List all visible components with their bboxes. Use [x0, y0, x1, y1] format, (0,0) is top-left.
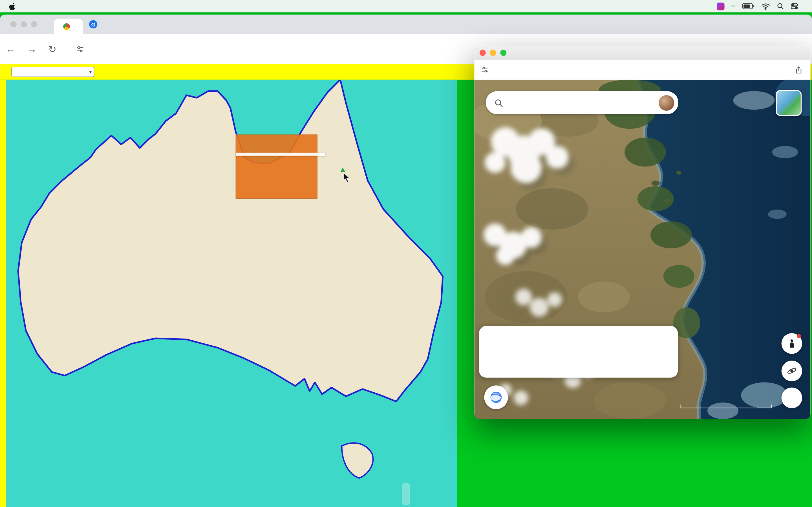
active-tab[interactable]: [54, 18, 83, 34]
wifi-icon[interactable]: [761, 3, 770, 10]
ge-search-bar[interactable]: [486, 91, 678, 114]
back-button[interactable]: ←: [0, 43, 21, 55]
australia-map-svg[interactable]: [6, 80, 457, 494]
zoom-window-button[interactable]: [31, 21, 37, 27]
desktop: G ← → ↻ ▾: [0, 0, 812, 507]
input-source-indicator[interactable]: [731, 5, 735, 7]
mouse-cursor: [343, 172, 351, 185]
tab-strip: G: [0, 14, 812, 34]
window-controls[interactable]: [10, 21, 42, 27]
zoom-window-button[interactable]: [500, 50, 506, 56]
orbit-button[interactable]: [781, 360, 802, 381]
notification-dot: [797, 334, 801, 339]
battery-icon[interactable]: [742, 3, 755, 9]
select-arrow-icon: ▾: [89, 69, 92, 74]
ge-window-controls[interactable]: [479, 50, 507, 56]
dock[interactable]: [402, 483, 410, 506]
reload-button[interactable]: ↻: [43, 43, 62, 55]
ge-viewport[interactable]: [474, 80, 810, 419]
region-tooltip: [236, 153, 325, 156]
close-window-button[interactable]: [10, 21, 17, 27]
avatar[interactable]: [659, 95, 674, 110]
page-margin: [0, 80, 6, 507]
3d-button[interactable]: [781, 388, 802, 408]
site-info-icon[interactable]: [480, 66, 489, 74]
menu-bar: [0, 0, 812, 12]
active-tab-favicon: [63, 23, 70, 30]
spotlight-icon[interactable]: [777, 3, 784, 10]
search-icon: [494, 98, 503, 107]
ge-titlebar[interactable]: [474, 46, 810, 61]
share-icon[interactable]: [795, 65, 803, 74]
google-earth-window: [474, 46, 810, 419]
projects-toast: [479, 326, 678, 378]
tab-favicon[interactable]: G: [89, 20, 97, 29]
hovered-region-highlight[interactable]: [236, 135, 317, 199]
globe-layers-button[interactable]: [484, 385, 508, 409]
ge-url-bar: [474, 60, 810, 80]
overview-minimap[interactable]: [776, 90, 802, 116]
menu-status-area: [717, 2, 812, 10]
site-info-icon[interactable]: [75, 45, 84, 54]
minimize-window-button[interactable]: [490, 50, 496, 56]
close-window-button[interactable]: [479, 50, 486, 56]
pegman-button[interactable]: [781, 333, 802, 354]
minimize-window-button[interactable]: [20, 21, 27, 27]
scale-bar: [680, 404, 772, 408]
apple-menu-icon[interactable]: [9, 2, 17, 10]
status-app-icon[interactable]: [717, 2, 725, 10]
control-center-icon[interactable]: [791, 3, 798, 10]
forward-button[interactable]: →: [21, 43, 42, 55]
search-engine-select[interactable]: ▾: [11, 67, 94, 77]
indigenous-map[interactable]: [6, 80, 457, 507]
